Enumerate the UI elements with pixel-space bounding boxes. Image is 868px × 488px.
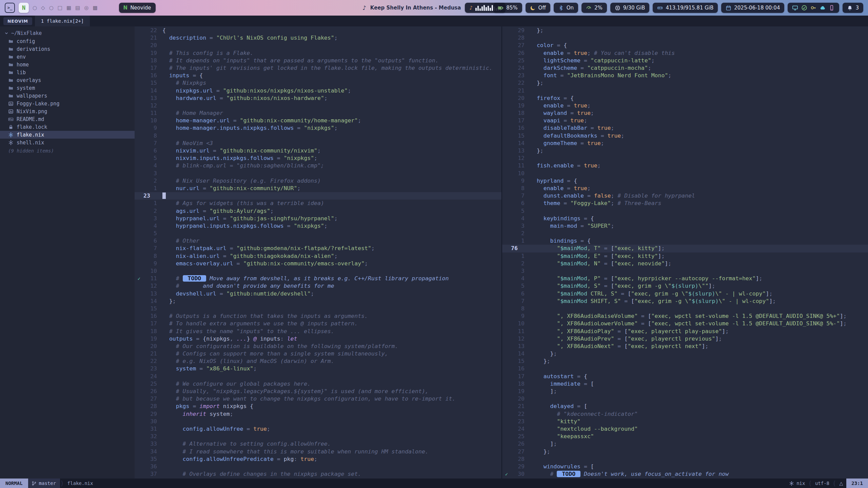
code-line[interactable]: 31 config.allowUnfree = true; bbox=[135, 425, 501, 433]
code-line[interactable]: 27 color = { bbox=[502, 42, 868, 49]
tree-item-env[interactable]: env bbox=[0, 53, 135, 61]
code-line[interactable]: 11 fish.enable = true; bbox=[502, 162, 868, 169]
workspace-neovim-active[interactable]: N bbox=[19, 3, 29, 13]
tree-item-wallpapers[interactable]: wallpapers bbox=[0, 92, 135, 100]
code-line[interactable]: 34 # I read somewhere that this is more … bbox=[135, 448, 501, 455]
code-line[interactable]: 19 # This config is a Flake. bbox=[135, 49, 501, 57]
code-line[interactable]: 6 "$mainMod CTRL, S" = ["exec, grim -g \… bbox=[502, 290, 868, 298]
code-line[interactable]: 19 enable = true; bbox=[502, 102, 868, 109]
code-line[interactable]: 8 enable = true; bbox=[502, 185, 868, 192]
editor-pane-left[interactable]: 22{21 description = "ChUrl's NixOS confi… bbox=[135, 26, 501, 479]
code-line[interactable]: 29 inherit system; bbox=[135, 410, 501, 418]
code-line[interactable]: 17 # To handle extra arguments we use th… bbox=[135, 320, 501, 327]
code-line[interactable]: 14 }; bbox=[502, 350, 868, 358]
code-line[interactable]: 33 # Alternative to setting config.allow… bbox=[135, 440, 501, 448]
code-line[interactable]: 5 "$mainMod, S" = ["exec, grim -g \"$(sl… bbox=[502, 282, 868, 290]
code-line[interactable]: 11 # Home Manager bbox=[135, 109, 501, 117]
code-line[interactable]: 25 # We configure our global packages he… bbox=[135, 380, 501, 388]
code-line[interactable]: 9 home-manager.inputs.nixpkgs.follows = … bbox=[135, 124, 501, 132]
monitor-icon[interactable] bbox=[792, 5, 798, 11]
code-line[interactable]: 16 disableTabBar = true; bbox=[502, 124, 868, 132]
tree-item-home[interactable]: home bbox=[0, 61, 135, 68]
grid-icon[interactable]: ▦ bbox=[66, 5, 71, 11]
code-line[interactable]: 26 enable = true; # You can't disable th… bbox=[502, 49, 868, 57]
code-line[interactable]: 12 bbox=[502, 155, 868, 162]
code-line[interactable]: 27 }; bbox=[502, 448, 868, 455]
workspace-terminal[interactable]: >_ bbox=[5, 3, 15, 13]
code-line[interactable]: 17 vaapi = true; bbox=[502, 117, 868, 124]
tree-item-README.md[interactable]: README.md bbox=[0, 115, 135, 123]
code-line[interactable]: 8 bbox=[135, 132, 501, 140]
code-line[interactable]: 9 emacs-overlay.url = "github:nix-commun… bbox=[135, 260, 501, 267]
code-line[interactable]: 30 bbox=[135, 418, 501, 425]
code-line[interactable]: 10 home-manager.url = "github:nix-commun… bbox=[135, 117, 501, 124]
code-line[interactable]: 28 bbox=[502, 455, 868, 463]
code-line[interactable]: 22 # "kdeconnect-indicator" bbox=[502, 410, 868, 418]
clock-module[interactable]: 2025-06-18 00:04 bbox=[721, 3, 784, 13]
circle-icon[interactable]: ○ bbox=[33, 5, 37, 11]
code-line[interactable]: 13 hardware.url = "github:nixos/nixos-ha… bbox=[135, 95, 501, 102]
code-line[interactable]: 20 bbox=[502, 395, 868, 403]
tree-root[interactable]: ~/NixFlake bbox=[0, 29, 135, 37]
tree-item-flake.nix[interactable]: flake.nix bbox=[0, 131, 135, 139]
code-line[interactable]: 2 "$mainMod, N" = ["exec, neovide"]; bbox=[502, 260, 868, 267]
code-line[interactable]: 6 nixvim.url = "github:nix-community/nix… bbox=[135, 147, 501, 155]
code-line[interactable]: 9 hyprland = { bbox=[502, 177, 868, 185]
code-line[interactable]: 22 }; bbox=[502, 79, 868, 87]
check-circle-icon[interactable] bbox=[801, 5, 807, 11]
code-line[interactable]: 3 main-mod = "SUPER"; bbox=[502, 222, 868, 230]
code-line[interactable]: 14 nixpkgs.url = "github:nixos/nixpkgs/n… bbox=[135, 87, 501, 95]
code-line[interactable]: 15 bbox=[135, 305, 501, 312]
rows-icon[interactable]: ▤ bbox=[75, 5, 80, 11]
code-line[interactable]: 5 bbox=[135, 230, 501, 237]
code-line[interactable]: 17 autostart = { bbox=[502, 373, 868, 380]
code-line[interactable]: 5 bbox=[502, 207, 868, 215]
code-line[interactable]: 8 bbox=[502, 305, 868, 312]
code-line[interactable]: 7 "$mainMod SHIFT, S" = ["exec, grim -g … bbox=[502, 298, 868, 305]
code-line[interactable]: 11 ", XF86AudioPlay" = ["exec, playerctl… bbox=[502, 328, 868, 335]
editor-pane-right[interactable]: 29 };2827 color = {26 enable = true; # Y… bbox=[501, 26, 868, 479]
code-line[interactable]: 4 hyprpanel.inputs.nixpkgs.follows = "ni… bbox=[135, 222, 501, 230]
code-line[interactable]: 1 nur.url = "github:nix-community/NUR"; bbox=[135, 185, 501, 192]
code-line[interactable]: 76 "$mainMod, T" = ["exec, kitty"]; bbox=[502, 245, 868, 252]
code-line[interactable]: 6 # Other bbox=[135, 237, 501, 245]
tree-item-Foggy-Lake.png[interactable]: Foggy-Lake.png bbox=[0, 100, 135, 107]
code-line[interactable]: 21 delayed = [ bbox=[502, 403, 868, 410]
code-line[interactable]: 29 }; bbox=[502, 27, 868, 34]
code-line[interactable]: ✓11 # TODO Move away from devshell, as i… bbox=[135, 275, 501, 282]
code-line[interactable]: 37 # Overlays define changes in the nixp… bbox=[135, 470, 501, 478]
code-line[interactable]: 16 # Outputs is a function that takes th… bbox=[135, 312, 501, 320]
code-line[interactable]: 4 # blink-cmp.url = "github:saghen/blink… bbox=[135, 162, 501, 169]
code-line[interactable]: 35 config.allowUnfreePredicate = pkg: tr… bbox=[135, 455, 501, 463]
memory-module[interactable]: 9/30 GiB bbox=[610, 3, 650, 13]
code-line[interactable]: 7 # NeoVim <3 bbox=[135, 140, 501, 147]
tree-item-shell.nix[interactable]: shell.nix bbox=[0, 139, 135, 146]
code-line[interactable]: 20 firefox = { bbox=[502, 95, 868, 102]
phone-icon[interactable] bbox=[829, 5, 835, 11]
code-line[interactable]: 2 bbox=[502, 230, 868, 237]
code-line[interactable]: 13 ", XF86AudioNext" = ["exec, playerctl… bbox=[502, 343, 868, 350]
code-line[interactable]: 23 font = "JetBrainsMono Nerd Font Mono"… bbox=[502, 72, 868, 79]
tree-item-system[interactable]: system bbox=[0, 84, 135, 92]
code-line[interactable]: 19 ]; bbox=[502, 388, 868, 395]
circle-icon[interactable]: ○ bbox=[49, 5, 54, 11]
code-line[interactable]: 20 # Our configuration is buildable on t… bbox=[135, 343, 501, 350]
code-line[interactable]: 18 immediate = [ bbox=[502, 380, 868, 388]
code-line[interactable]: 1 "$mainMod, E" = ["exec, kitty"]; bbox=[502, 252, 868, 260]
code-line[interactable]: 32 bbox=[135, 433, 501, 440]
code-line[interactable]: 1 # Ags for widgets (this was a terrible… bbox=[135, 200, 501, 207]
code-line[interactable]: 12 ", XF86AudioPrev" = ["exec, playerctl… bbox=[502, 335, 868, 343]
code-line[interactable]: 2 ags.url = "github:Aylur/ags"; bbox=[135, 207, 501, 215]
code-line[interactable]: 16 bbox=[502, 365, 868, 372]
code-line[interactable]: 3 bbox=[502, 267, 868, 275]
code-line[interactable]: 22 # e.g. NixOS (linux) and MacOS (darwi… bbox=[135, 358, 501, 365]
code-line[interactable]: 12 bbox=[135, 102, 501, 109]
media-title[interactable]: Keep Shelly In Athens - Medusa bbox=[370, 5, 461, 11]
cloud-icon[interactable] bbox=[820, 5, 826, 11]
code-line[interactable]: 27 # but because we want to change the n… bbox=[135, 395, 501, 403]
code-line[interactable]: 6 theme = "Foggy-Lake"; # Three-Bears bbox=[502, 200, 868, 207]
tree-item-flake.lock[interactable]: flake.lock bbox=[0, 123, 135, 131]
code-line[interactable]: 10 bbox=[502, 170, 868, 177]
window-title-module[interactable]: N Neovide bbox=[119, 3, 156, 13]
code-line[interactable]: 16 inputs = { bbox=[135, 72, 501, 79]
